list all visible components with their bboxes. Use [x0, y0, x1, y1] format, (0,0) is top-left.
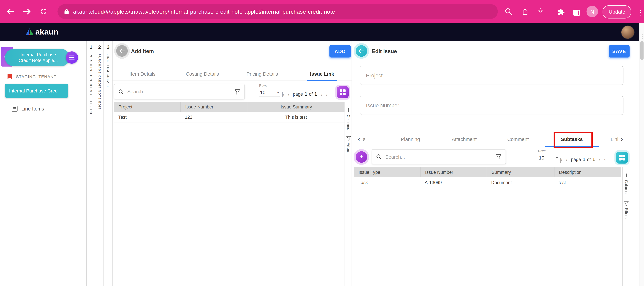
tab-link[interactable]: Link [599, 132, 618, 147]
columns-toggle[interactable]: Columns [624, 173, 629, 196]
filters-funnel-icon [346, 136, 351, 140]
tabs-scroll-left-icon[interactable]: ‹ [355, 132, 363, 147]
columns-icon [346, 108, 351, 112]
tabs-scroll-right-icon[interactable]: › [618, 132, 626, 147]
search-input[interactable] [126, 88, 232, 95]
step-number: 3 [104, 44, 112, 50]
table-row[interactable]: Task A-13099 Document test [354, 177, 621, 188]
user-avatar[interactable] [621, 26, 634, 39]
search-input[interactable] [384, 154, 493, 160]
rows-label: Rows [259, 84, 280, 88]
project-field[interactable]: Project [360, 66, 624, 85]
step-strip-1[interactable]: 1 PURCHASE CREDIT NOTE LISTING [86, 41, 95, 286]
plus-icon: + [359, 153, 363, 160]
tab-partial[interactable]: s [363, 132, 384, 147]
tenant-row[interactable]: STAGING_TENANT [6, 73, 56, 80]
col-header-issue-type[interactable]: Issue Type [354, 167, 420, 177]
rows-per-page-select[interactable]: Rows 10 ▾ [259, 84, 280, 97]
col-header-description[interactable]: Description [554, 167, 621, 177]
filters-funnel-icon [624, 201, 629, 206]
col-header-issue-summary[interactable]: Issue Summary [248, 102, 344, 112]
col-header-issue-number[interactable]: Issue Number [180, 102, 248, 112]
module-button[interactable]: Internal Purchase Cred [5, 84, 68, 98]
table-row[interactable]: Test 123 This is test [114, 112, 344, 122]
filters-toggle[interactable]: Filters [346, 136, 351, 153]
tab-planning[interactable]: Planning [384, 132, 437, 147]
columns-label: Columns [346, 115, 351, 130]
prev-page-button[interactable]: ‹ [566, 157, 567, 162]
add-item-tabs: Item Details Costing Details Pricing Det… [112, 67, 352, 81]
step-label: LINE ITEM CREATE [107, 54, 110, 88]
grid-icon [619, 154, 625, 161]
sidebar-menu-toggle[interactable] [66, 51, 78, 64]
add-item-panel: Add Item ADD Item Details Costing Detail… [112, 41, 352, 286]
tab-pricing-details[interactable]: Pricing Details [232, 67, 292, 81]
back-button[interactable] [116, 45, 128, 56]
browser-back-icon[interactable] [6, 6, 16, 16]
back-arrow-icon [119, 48, 125, 54]
search-icon [118, 89, 124, 94]
save-button[interactable]: SAVE [608, 45, 630, 58]
panel-title: Edit Issue [372, 48, 397, 54]
next-page-button[interactable]: › [321, 92, 322, 97]
table-side-rail: Columns Filters [345, 102, 352, 286]
back-button[interactable] [356, 45, 367, 56]
step-number: 1 [86, 44, 95, 50]
browser-menu-kebab-icon[interactable]: ⋮ [636, 8, 644, 18]
grid-view-button[interactable] [337, 86, 349, 98]
next-page-button[interactable]: › [599, 157, 600, 162]
rows-per-page-select[interactable]: Rows 10 ▾ [538, 149, 558, 162]
filters-label: Filters [624, 208, 629, 218]
extensions-puzzle-icon[interactable] [556, 7, 566, 17]
browser-profile-avatar[interactable]: N [586, 6, 598, 17]
chrome-update-button[interactable]: Update [602, 6, 631, 18]
search-box[interactable] [372, 149, 506, 164]
line-items-icon [12, 106, 18, 112]
step-strip-3[interactable]: 3 LINE ITEM CREATE [104, 41, 112, 286]
col-header-project[interactable]: Project [114, 102, 180, 112]
page-indicator: page 1 of 1 [571, 157, 595, 162]
grid-view-button[interactable] [616, 152, 628, 164]
tab-item-details[interactable]: Item Details [112, 67, 172, 81]
bookmark-star-icon[interactable]: ☆ [536, 6, 546, 16]
col-header-summary[interactable]: Summary [487, 167, 554, 177]
browser-forward-icon[interactable] [22, 6, 32, 16]
scrollbar-thumb[interactable] [640, 41, 644, 60]
tab-issue-link[interactable]: Issue Link [292, 67, 352, 81]
step-number: 2 [95, 44, 104, 50]
app-header: akaun [0, 23, 639, 41]
add-subtask-button[interactable]: + [356, 151, 367, 163]
filters-toggle[interactable]: Filters [624, 201, 629, 218]
zoom-icon[interactable] [504, 6, 514, 16]
grid-icon [340, 89, 346, 95]
applet-name-pill[interactable]: Internal Purchase Credit Note Apple... [5, 49, 70, 66]
address-bar[interactable]: akaun.cloud/#/applets/tnt/wavelet/erp/in… [58, 4, 498, 19]
browser-reload-icon[interactable] [38, 6, 48, 16]
add-button[interactable]: ADD [329, 45, 351, 58]
overflow-menu-icon[interactable]: ⋮ [640, 34, 644, 39]
scrollbar-track[interactable]: ⋮ [639, 23, 644, 286]
filter-funnel-icon[interactable] [496, 154, 502, 160]
first-page-button[interactable]: |‹ [282, 92, 284, 97]
table-side-rail: Columns Filters [622, 167, 630, 286]
issue-number-field[interactable]: Issue Number [360, 96, 624, 115]
col-header-issue-number[interactable]: Issue Number [420, 167, 487, 177]
columns-icon [624, 173, 629, 178]
filter-funnel-icon[interactable] [234, 89, 240, 94]
cell-issue-number: A-13099 [420, 177, 487, 188]
columns-toggle[interactable]: Columns [346, 108, 351, 130]
rows-value: 10 [260, 90, 266, 95]
search-box[interactable] [114, 84, 245, 100]
last-page-button[interactable]: ›| [326, 92, 328, 97]
prev-page-button[interactable]: ‹ [288, 92, 289, 97]
step-strip-2[interactable]: 2 PURCHASE CREDIT NOTE EDIT [95, 41, 104, 286]
last-page-button[interactable]: ›| [604, 157, 606, 162]
tab-costing-details[interactable]: Costing Details [172, 67, 232, 81]
sidebar-item-line-items[interactable]: Line Items [12, 106, 44, 112]
share-icon[interactable] [520, 6, 530, 16]
tab-attachment[interactable]: Attachment [437, 132, 491, 147]
tab-comment[interactable]: Comment [491, 132, 545, 147]
browser-toolbar: akaun.cloud/#/applets/tnt/wavelet/erp/in… [0, 0, 644, 23]
first-page-button[interactable]: |‹ [560, 157, 562, 162]
side-panel-icon[interactable] [572, 8, 582, 18]
